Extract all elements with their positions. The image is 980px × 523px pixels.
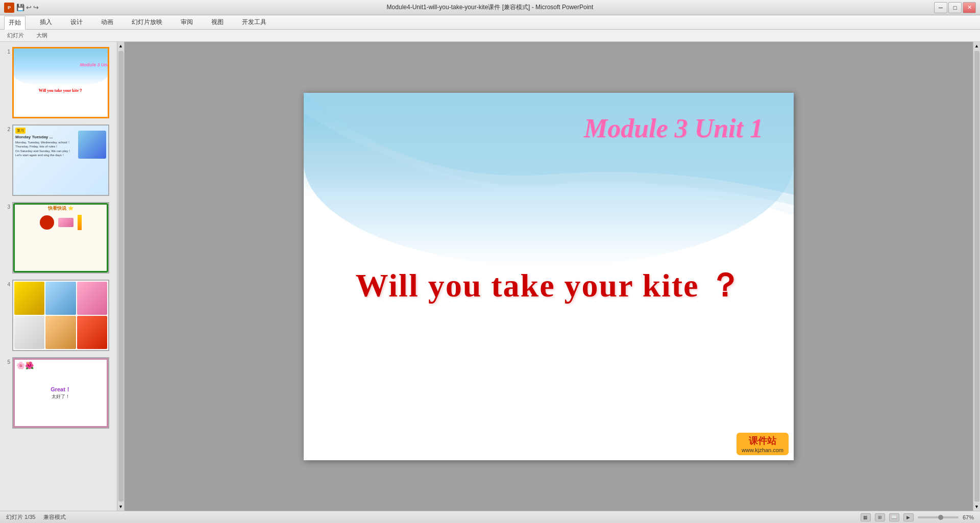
slide-4-cake [77,282,107,315]
normal-view-button[interactable]: ▦ [861,513,871,521]
zoom-thumb[interactable] [938,515,943,520]
ribbon-tab-view[interactable]: 视图 [207,16,228,29]
ribbon-tab-developer[interactable]: 开发工具 [238,16,271,29]
slide-4-banana [14,282,44,315]
slide-4-content [13,281,108,350]
minimize-button[interactable]: ─ [934,2,947,13]
slide-count: 幻灯片 1/35 [6,513,35,521]
window-controls: ─ □ ✕ [934,2,976,13]
app-icon: P [4,3,14,13]
scroll-up-button[interactable]: ▲ [117,42,125,50]
slide-item-5[interactable]: 5 🌸🌺 Great！ 太好了！ [2,356,115,430]
slide-number-2: 2 [3,127,10,132]
ribbon-tab-slideshow[interactable]: 幻灯片放映 [128,16,166,29]
watermark-line2: www.kjzhan.com [742,447,783,453]
slide-3-border [13,203,108,272]
slide-thumb-4 [12,280,109,351]
main-scroll-thumb[interactable] [974,51,979,502]
slide-2-content: 复习 Monday Tuesday ... Monday, Tuesday, W… [13,126,108,195]
slide-thumb-3: 快看快说 ⭐ [12,202,109,273]
status-left: 幻灯片 1/35 兼容模式 [6,513,66,521]
ribbon: 开始 插入 设计 动画 幻灯片放映 审阅 视图 开发工具 [0,15,980,30]
slide-4-rice [14,316,44,349]
status-right: ▦ ⊞ 📖 ▶ 67% [861,513,974,521]
slide-item-2[interactable]: 2 复习 Monday Tuesday ... Monday, Tuesday,… [2,123,115,197]
slide-number-3: 3 [3,204,10,210]
ribbon-tab-animation[interactable]: 动画 [97,16,117,29]
slide-3-content: 快看快说 ⭐ [13,203,108,272]
ribbon-tab-design[interactable]: 设计 [66,16,87,29]
main-scroll-down[interactable]: ▼ [973,503,980,511]
reading-view-button[interactable]: 📖 [889,513,899,521]
slide-3-items [40,215,82,230]
slide-4-noodle [45,316,76,349]
main-scroll-up[interactable]: ▲ [973,42,980,50]
slide-module-title: Module 3 Unit 1 [584,113,763,143]
slide-5-text1: Great！ [51,386,71,393]
window-title: Module4-Unit1-will-you-take-your-kite课件 … [387,3,594,12]
title-bar: P 💾 ↩ ↪ Module4-Unit1-will-you-take-your… [0,0,980,15]
sub-tab-outline[interactable]: 大纲 [33,31,51,40]
watermark-line1: 课件站 [749,435,776,447]
slide-1-content: Module 3 Unit 1 Will you take your kite？ [14,48,108,117]
main-slide: Module 3 Unit 1 Will you take your kite … [304,93,794,460]
slide-number-1: 1 [3,49,10,55]
slide-sorter-button[interactable]: ⊞ [875,513,885,521]
slide-5-text2: 太好了！ [52,393,70,400]
slide-1-bg [14,48,108,86]
slide-2-image [78,131,106,159]
slide-item-4[interactable]: 4 [2,279,115,352]
slide-view: Module 3 Unit 1 Will you take your kite … [125,42,973,511]
slide-panel: 1 Module 3 Unit 1 Will you take your kit… [0,42,117,511]
slide-3-eraser [58,218,74,227]
slide-item-3[interactable]: 3 快看快说 ⭐ [2,201,115,275]
zoom-level: 67% [963,514,974,520]
scroll-down-button[interactable]: ▼ [117,503,125,511]
slide-number-5: 5 [3,359,10,365]
slide-5-content: 🌸🌺 Great！ 太好了！ [13,358,108,428]
slide-panel-scrollbar[interactable]: ▲ ▼ [117,42,125,511]
slide-3-pencil [78,215,82,230]
slide-main-question: Will you take your kite ？ [355,263,742,307]
slide-4-bird [45,282,76,315]
slide-1-main-text: Will you take your kite？ [39,88,83,93]
sub-tab-slides[interactable]: 幻灯片 [4,31,27,40]
ribbon-tab-start[interactable]: 开始 [4,16,26,30]
slide-number-4: 4 [3,282,10,287]
zoom-slider[interactable] [918,516,959,518]
ribbon-tab-review[interactable]: 审阅 [177,16,197,29]
slide-thumb-5: 🌸🌺 Great！ 太好了！ [12,357,109,429]
redo-icon[interactable]: ↪ [33,4,39,11]
slide-list: 1 Module 3 Unit 1 Will you take your kit… [0,42,117,434]
quick-access-toolbar: 💾 ↩ ↪ [16,4,39,11]
scroll-thumb[interactable] [118,51,124,502]
slide-item-1[interactable]: 1 Module 3 Unit 1 Will you take your kit… [2,46,115,119]
save-icon[interactable]: 💾 [16,4,24,11]
main-area: 1 Module 3 Unit 1 Will you take your kit… [0,42,980,511]
watermark: 课件站 www.kjzhan.com [737,433,789,455]
slide-3-title: 快看快说 ⭐ [48,205,74,212]
ribbon-tab-insert[interactable]: 插入 [36,16,56,29]
maximize-button[interactable]: □ [948,2,962,13]
slide-1-module-title: Module 3 Unit 1 [80,62,109,67]
status-bar: 幻灯片 1/35 兼容模式 ▦ ⊞ 📖 ▶ 67% [0,511,980,523]
sub-toolbar: 幻灯片 大纲 [0,30,980,42]
main-view-scrollbar[interactable]: ▲ ▼ [973,42,980,511]
slide-thumb-1: Module 3 Unit 1 Will you take your kite？ [12,47,109,118]
close-button[interactable]: ✕ [963,2,976,13]
theme-info: 兼容模式 [43,513,66,521]
slideshow-button[interactable]: ▶ [903,513,914,521]
slide-5-flower: 🌸🌺 [16,361,34,369]
slide-3-apple [40,215,54,230]
slide-thumb-2: 复习 Monday Tuesday ... Monday, Tuesday, W… [12,124,109,196]
slide-4-ball [77,316,107,349]
title-bar-left: P 💾 ↩ ↪ [4,3,39,13]
slide-2-label: 复习 [15,128,26,134]
undo-icon[interactable]: ↩ [26,4,32,11]
